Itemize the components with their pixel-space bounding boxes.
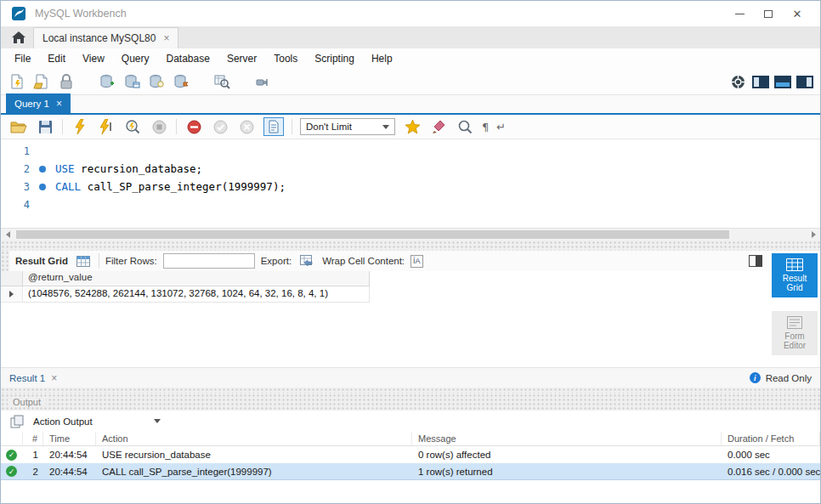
row-message: 0 row(s) affected bbox=[412, 450, 722, 460]
maximize-button[interactable] bbox=[754, 3, 783, 24]
grid-row[interactable]: (1048576, 524288, 262144, 131072, 32768,… bbox=[1, 286, 370, 303]
output-row[interactable]: ✓220:44:54CALL call_SP_parse_integer(199… bbox=[1, 463, 820, 480]
row-message: 1 row(s) returned bbox=[412, 467, 722, 477]
output-view-value: Action Output bbox=[33, 416, 93, 427]
grid-column-header[interactable]: @return_value bbox=[23, 271, 370, 286]
result-toolbar: Result Grid Filter Rows: Export: Wrap Ce… bbox=[1, 251, 769, 271]
scrollbar-track[interactable] bbox=[14, 229, 807, 241]
tab-close-icon[interactable]: × bbox=[163, 33, 169, 43]
query-tab[interactable]: Query 1 × bbox=[6, 93, 71, 113]
search-table-data-icon[interactable] bbox=[212, 72, 231, 91]
menu-item-tools[interactable]: Tools bbox=[265, 53, 306, 65]
toggle-output-area-icon[interactable] bbox=[774, 76, 791, 88]
explain-plan-icon[interactable] bbox=[123, 117, 142, 136]
editor-line[interactable]: 1 bbox=[1, 142, 820, 160]
open-file-icon[interactable] bbox=[9, 117, 28, 136]
output-toolbar: Action Output bbox=[1, 411, 820, 432]
toggle-left-sidebar-icon[interactable] bbox=[752, 76, 769, 88]
execute-current-statement-icon[interactable] bbox=[97, 117, 116, 136]
toggle-right-sidebar-icon[interactable] bbox=[796, 76, 813, 88]
editor-line[interactable]: 4 bbox=[1, 195, 820, 213]
limit-rows-dropdown[interactable]: Don't Limit bbox=[300, 118, 395, 135]
chevron-down-icon bbox=[154, 419, 161, 423]
menu-item-help[interactable]: Help bbox=[363, 53, 401, 65]
filter-rows-input[interactable] bbox=[163, 253, 255, 269]
result-grid-view-button[interactable]: Result Grid bbox=[772, 253, 818, 297]
editor-hscrollbar[interactable] bbox=[1, 228, 820, 241]
row-index: 2 bbox=[23, 467, 43, 477]
stop-query-icon[interactable] bbox=[150, 117, 168, 136]
editor-line[interactable]: 2USE recursion_database; bbox=[1, 160, 820, 178]
minimize-button[interactable] bbox=[725, 3, 754, 24]
find-icon[interactable] bbox=[456, 117, 474, 136]
query-tab-strip: Query 1 × bbox=[1, 95, 820, 115]
close-button[interactable]: ✕ bbox=[783, 3, 812, 24]
open-sql-script-icon[interactable] bbox=[32, 72, 51, 91]
copy-output-icon[interactable] bbox=[8, 412, 26, 431]
tab-close-icon[interactable]: × bbox=[51, 373, 57, 383]
wrap-cell-content-icon[interactable]: ĪA bbox=[410, 255, 423, 268]
result-output-splitter[interactable] bbox=[1, 388, 820, 394]
rollback-icon[interactable] bbox=[237, 117, 256, 136]
menu-bar: FileEditViewQueryDatabaseServerToolsScri… bbox=[1, 48, 820, 69]
menu-item-file[interactable]: File bbox=[6, 53, 39, 65]
row-selector[interactable] bbox=[1, 286, 23, 303]
result-tab-label: Result 1 bbox=[9, 373, 45, 383]
show-invisibles-icon[interactable]: ¶ bbox=[482, 121, 489, 133]
wrap-text-icon[interactable]: ↵ bbox=[496, 121, 506, 133]
sql-keyword: USE bbox=[55, 162, 75, 175]
beautify-script-icon[interactable] bbox=[429, 117, 448, 136]
output-column-header: Action bbox=[96, 432, 412, 445]
toggle-result-sidebar-icon[interactable] bbox=[749, 255, 762, 267]
create-procedure-icon[interactable] bbox=[172, 72, 190, 91]
create-schema-icon[interactable] bbox=[98, 72, 116, 91]
statement-marker-icon bbox=[35, 166, 50, 173]
menu-item-database[interactable]: Database bbox=[158, 53, 218, 65]
editor-result-splitter[interactable] bbox=[1, 241, 820, 251]
result-grid[interactable]: @return_value (1048576, 524288, 262144, … bbox=[1, 271, 769, 367]
grid-cell[interactable]: (1048576, 524288, 262144, 131072, 32768,… bbox=[23, 286, 370, 303]
separator bbox=[292, 119, 292, 134]
drag-handle[interactable] bbox=[1, 251, 9, 271]
mysql-workbench-window: MySQL Workbench ✕ Local instance MySQL80… bbox=[0, 0, 821, 504]
form-editor-view-button[interactable]: Form Editor bbox=[772, 311, 818, 355]
editor-line[interactable]: 3CALL call_SP_parse_integer(1999997); bbox=[1, 178, 820, 195]
lock-icon[interactable] bbox=[57, 72, 76, 91]
window-title: MySQL Workbench bbox=[35, 8, 127, 20]
output-table: #TimeActionMessageDuration / Fetch ✓120:… bbox=[1, 432, 820, 503]
menu-item-query[interactable]: Query bbox=[113, 53, 158, 65]
create-view-icon[interactable] bbox=[147, 72, 166, 91]
connection-tab[interactable]: Local instance MySQL80 × bbox=[33, 27, 178, 48]
commit-icon[interactable] bbox=[211, 117, 229, 136]
output-row[interactable]: ✓120:44:54USE recursion_database0 row(s)… bbox=[1, 446, 820, 463]
result-tab[interactable]: Result 1 × bbox=[9, 373, 57, 383]
save-snippet-icon[interactable] bbox=[403, 117, 422, 136]
save-icon[interactable] bbox=[36, 117, 54, 136]
create-table-icon[interactable] bbox=[122, 72, 141, 91]
scrollbar-thumb[interactable] bbox=[16, 230, 729, 239]
sql-editor[interactable]: 12USE recursion_database;3CALL call_SP_p… bbox=[1, 139, 820, 228]
grid-corner-cell[interactable] bbox=[1, 271, 23, 286]
output-view-dropdown[interactable]: Action Output bbox=[33, 416, 161, 427]
info-icon[interactable]: i bbox=[750, 372, 761, 383]
readonly-label: Read Only bbox=[766, 373, 812, 383]
home-tab-button[interactable] bbox=[4, 26, 33, 48]
export-recordset-icon[interactable] bbox=[297, 252, 316, 270]
menu-item-scripting[interactable]: Scripting bbox=[306, 53, 363, 65]
menu-item-view[interactable]: View bbox=[74, 53, 113, 65]
menu-item-edit[interactable]: Edit bbox=[39, 53, 74, 65]
tab-close-icon[interactable]: × bbox=[56, 99, 62, 109]
autocommit-toggle-icon[interactable] bbox=[263, 117, 284, 136]
scroll-right-icon[interactable] bbox=[807, 229, 820, 241]
row-time: 20:44:54 bbox=[43, 467, 96, 477]
reconnect-db-icon[interactable] bbox=[253, 72, 272, 91]
filter-rows-label: Filter Rows: bbox=[105, 256, 157, 266]
row-duration: 0.000 sec bbox=[722, 450, 820, 460]
toggle-stop-on-error-icon[interactable] bbox=[184, 117, 203, 136]
execute-script-icon[interactable] bbox=[71, 117, 89, 136]
grid-view-icon[interactable] bbox=[74, 252, 93, 270]
scroll-left-icon[interactable] bbox=[1, 229, 14, 241]
menu-item-server[interactable]: Server bbox=[218, 53, 265, 65]
status-wheel-icon[interactable] bbox=[728, 72, 747, 91]
new-sql-tab-icon[interactable] bbox=[8, 72, 26, 91]
